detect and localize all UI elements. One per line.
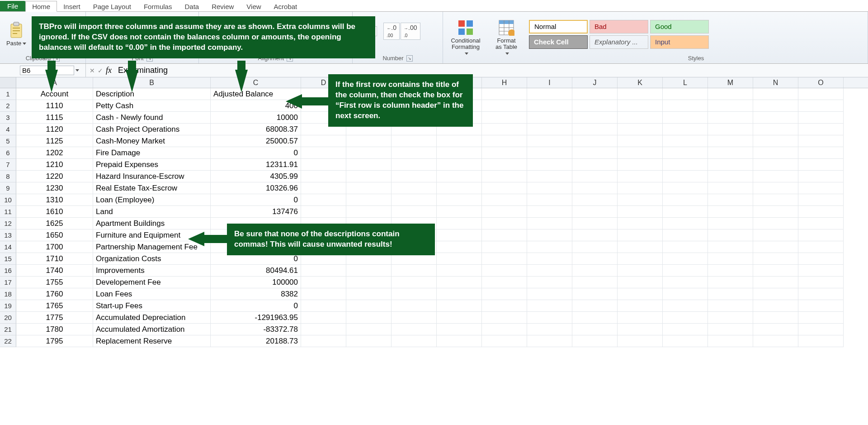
cell[interactable]: [798, 124, 844, 135]
cell[interactable]: Land: [93, 206, 211, 218]
cell[interactable]: 1115: [16, 112, 93, 124]
cell[interactable]: [708, 135, 753, 147]
cell[interactable]: [663, 288, 708, 300]
cell[interactable]: [798, 135, 844, 147]
cell[interactable]: 25000.57: [211, 135, 301, 147]
cell[interactable]: [301, 288, 346, 300]
row-header[interactable]: 14: [0, 241, 16, 253]
cell[interactable]: Prepaid Expenses: [93, 159, 211, 171]
cell[interactable]: 1755: [16, 277, 93, 288]
cell[interactable]: [392, 171, 437, 182]
cell[interactable]: [753, 194, 798, 206]
cell[interactable]: [708, 112, 753, 124]
cell[interactable]: [618, 312, 663, 324]
decrease-decimal-button[interactable]: →.00.0: [401, 23, 420, 40]
cell[interactable]: [708, 229, 753, 241]
cell[interactable]: [346, 288, 392, 300]
cell[interactable]: [708, 288, 753, 300]
column-header[interactable]: I: [527, 77, 572, 88]
cell[interactable]: [482, 159, 527, 171]
cell[interactable]: [482, 135, 527, 147]
cell[interactable]: [753, 124, 798, 135]
cell[interactable]: [663, 241, 708, 253]
cell[interactable]: [346, 135, 392, 147]
cell[interactable]: [392, 324, 437, 335]
cell[interactable]: [527, 265, 572, 277]
cell[interactable]: [392, 300, 437, 312]
cell[interactable]: [346, 206, 392, 218]
cell[interactable]: [437, 324, 482, 335]
cell[interactable]: [708, 218, 753, 229]
column-header[interactable]: L: [663, 77, 708, 88]
cell[interactable]: [437, 206, 482, 218]
cell-style-normal[interactable]: Normal: [529, 20, 588, 33]
cell[interactable]: 137476: [211, 206, 301, 218]
cell[interactable]: [482, 241, 527, 253]
cell[interactable]: [708, 265, 753, 277]
cell[interactable]: Cash-Money Market: [93, 135, 211, 147]
spreadsheet-grid[interactable]: 1AccountDescriptionAdjusted Balance21110…: [0, 88, 868, 347]
cell[interactable]: [753, 277, 798, 288]
cell[interactable]: [618, 229, 663, 241]
cell[interactable]: [437, 147, 482, 159]
cell[interactable]: [346, 147, 392, 159]
cell[interactable]: [663, 324, 708, 335]
cell[interactable]: [708, 300, 753, 312]
cell[interactable]: [527, 288, 572, 300]
cell[interactable]: [392, 288, 437, 300]
cell[interactable]: [301, 312, 346, 324]
cell[interactable]: [753, 241, 798, 253]
cell[interactable]: [572, 335, 618, 347]
cell[interactable]: [708, 277, 753, 288]
cell[interactable]: [482, 147, 527, 159]
cell[interactable]: [482, 100, 527, 112]
tab-insert[interactable]: Insert: [57, 1, 87, 11]
cell[interactable]: 1650: [16, 229, 93, 241]
cell[interactable]: [663, 300, 708, 312]
cell[interactable]: [392, 265, 437, 277]
cell[interactable]: Real Estate Tax-Escrow: [93, 182, 211, 194]
cell[interactable]: [437, 300, 482, 312]
cell[interactable]: [618, 277, 663, 288]
cell[interactable]: [346, 159, 392, 171]
cell[interactable]: [708, 253, 753, 265]
cell[interactable]: [301, 265, 346, 277]
cell[interactable]: [527, 112, 572, 124]
cell[interactable]: [618, 241, 663, 253]
cell[interactable]: [753, 229, 798, 241]
cell[interactable]: 1765: [16, 300, 93, 312]
cell[interactable]: [572, 229, 618, 241]
cell[interactable]: [527, 312, 572, 324]
cell[interactable]: [708, 88, 753, 100]
cell[interactable]: 1610: [16, 206, 93, 218]
cell-style-input[interactable]: Input: [650, 35, 709, 49]
cell[interactable]: [572, 312, 618, 324]
cell[interactable]: [618, 265, 663, 277]
cell[interactable]: 8382: [211, 288, 301, 300]
cell[interactable]: [527, 194, 572, 206]
column-header[interactable]: K: [618, 77, 663, 88]
cell[interactable]: 68008.37: [211, 124, 301, 135]
paste-button[interactable]: Paste: [4, 20, 29, 48]
row-header[interactable]: 18: [0, 288, 16, 300]
tab-page-layout[interactable]: Page Layout: [87, 1, 137, 11]
cell[interactable]: 0: [211, 300, 301, 312]
cell[interactable]: Petty Cash: [93, 100, 211, 112]
cell[interactable]: [798, 182, 844, 194]
cell[interactable]: [527, 100, 572, 112]
cell[interactable]: [753, 288, 798, 300]
cell[interactable]: [572, 300, 618, 312]
cell[interactable]: [753, 253, 798, 265]
cell[interactable]: [572, 124, 618, 135]
cell[interactable]: [753, 112, 798, 124]
cell[interactable]: [437, 229, 482, 241]
cell[interactable]: [798, 194, 844, 206]
row-header[interactable]: 20: [0, 312, 16, 324]
cell[interactable]: [527, 135, 572, 147]
row-header[interactable]: 5: [0, 135, 16, 147]
cell[interactable]: [663, 253, 708, 265]
cell-style-explanatory[interactable]: Explanatory ...: [590, 35, 648, 49]
cell[interactable]: [437, 277, 482, 288]
cell[interactable]: Start-up Fees: [93, 300, 211, 312]
tab-review[interactable]: Review: [205, 1, 240, 11]
